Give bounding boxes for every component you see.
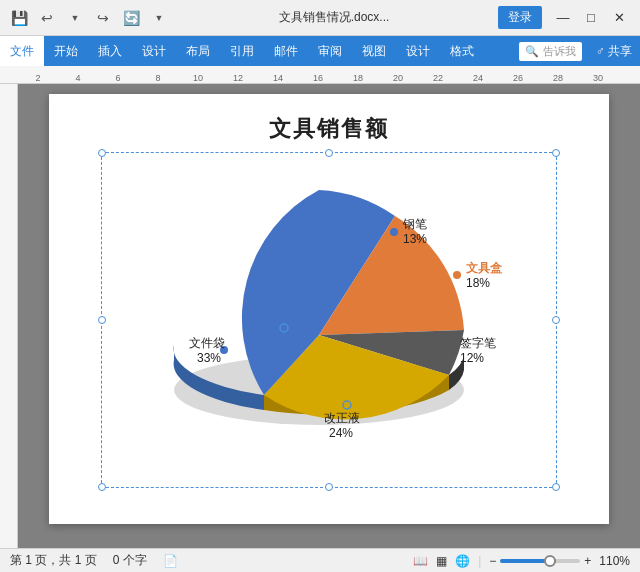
document-title: 文具销售情况.docx... <box>178 9 490 26</box>
dot-wenjuhe <box>453 271 461 279</box>
handle-br[interactable] <box>552 483 560 491</box>
ruler-tick: 20 <box>393 73 403 83</box>
chart-container: 文具销售额 <box>69 114 589 480</box>
search-icon: 🔍 <box>525 45 539 58</box>
ruler-tick: 26 <box>513 73 523 83</box>
tab-references[interactable]: 引用 <box>220 36 264 66</box>
page-area: 文具销售额 <box>18 84 640 548</box>
tab-design[interactable]: 设计 <box>132 36 176 66</box>
login-button[interactable]: 登录 <box>498 6 542 29</box>
handle-bl[interactable] <box>98 483 106 491</box>
page-info: 第 1 页，共 1 页 <box>10 552 97 569</box>
spellcheck-icon[interactable]: 📄 <box>163 554 178 568</box>
ruler-horizontal: 2 4 6 8 10 12 14 16 18 20 22 24 26 28 30 <box>0 66 640 84</box>
handle-tr[interactable] <box>552 149 560 157</box>
handle-tm[interactable] <box>325 149 333 157</box>
separator: | <box>478 554 481 568</box>
undo-icon[interactable]: ↩ <box>36 7 58 29</box>
label-qianzibi: 签字笔 <box>460 336 496 350</box>
label-wenjian: 文件袋 <box>189 336 225 350</box>
ruler-tick: 16 <box>313 73 323 83</box>
tab-home[interactable]: 开始 <box>44 36 88 66</box>
zoom-slider[interactable] <box>500 559 580 563</box>
word-count: 0 个字 <box>113 552 147 569</box>
view-icon-layout[interactable]: ▦ <box>436 554 447 568</box>
maximize-button[interactable]: □ <box>578 7 604 29</box>
undo-dropdown-icon[interactable]: ▼ <box>64 7 86 29</box>
tab-review[interactable]: 审阅 <box>308 36 352 66</box>
ruler-tick: 2 <box>35 73 40 83</box>
close-button[interactable]: ✕ <box>606 7 632 29</box>
tab-view[interactable]: 视图 <box>352 36 396 66</box>
tab-file[interactable]: 文件 <box>0 36 44 66</box>
zoom-in-icon[interactable]: + <box>584 554 591 568</box>
ruler-vertical <box>0 84 18 548</box>
ruler-tick: 4 <box>75 73 80 83</box>
ribbon-search[interactable]: 🔍 告诉我 <box>519 42 582 61</box>
percent-gaizhenye: 24% <box>329 426 353 440</box>
ruler-tick: 28 <box>553 73 563 83</box>
dot-gangbi <box>390 228 398 236</box>
ribbon: 文件 开始 插入 设计 布局 引用 邮件 审阅 视图 设计 格式 🔍 告诉我 ♂… <box>0 36 640 66</box>
status-right: 📖 ▦ 🌐 | − + 110% <box>413 554 630 568</box>
tab-layout[interactable]: 布局 <box>176 36 220 66</box>
chart-wrapper[interactable]: 钢笔 13% 文具盒 18% 签字笔 12% 改正液 24% <box>109 160 549 480</box>
minimize-button[interactable]: — <box>550 7 576 29</box>
ruler-tick: 24 <box>473 73 483 83</box>
ruler-tick: 10 <box>193 73 203 83</box>
handle-ml[interactable] <box>98 316 106 324</box>
view-icon-web[interactable]: 🌐 <box>455 554 470 568</box>
handle-bm[interactable] <box>325 483 333 491</box>
toolbar-icons: 💾 ↩ ▼ ↪ 🔄 ▼ <box>8 7 170 29</box>
document-page: 文具销售额 <box>49 94 609 524</box>
tab-design2[interactable]: 设计 <box>396 36 440 66</box>
title-bar: 💾 ↩ ▼ ↪ 🔄 ▼ 文具销售情况.docx... 登录 — □ ✕ <box>0 0 640 36</box>
redo-icon[interactable]: ↪ <box>92 7 114 29</box>
handle-tl[interactable] <box>98 149 106 157</box>
ribbon-right: 🔍 告诉我 ♂ 共享 <box>519 42 640 61</box>
label-gangbi: 钢笔 <box>402 217 427 231</box>
percent-qianzibi: 12% <box>460 351 484 365</box>
ruler-tick: 30 <box>593 73 603 83</box>
content-area: 文具销售额 <box>0 84 640 548</box>
pie-chart-svg: 钢笔 13% 文具盒 18% 签字笔 12% 改正液 24% <box>109 160 549 480</box>
tab-format[interactable]: 格式 <box>440 36 484 66</box>
label-gaizhenye: 改正液 <box>324 411 360 425</box>
percent-wenjuhe: 18% <box>466 276 490 290</box>
tab-mailings[interactable]: 邮件 <box>264 36 308 66</box>
percent-gangbi: 13% <box>403 232 427 246</box>
autosave-icon[interactable]: 🔄 <box>120 7 142 29</box>
status-bar: 第 1 页，共 1 页 0 个字 📄 📖 ▦ 🌐 | − + 110% <box>0 548 640 572</box>
ruler-tick: 8 <box>155 73 160 83</box>
ruler-tick: 22 <box>433 73 443 83</box>
tab-insert[interactable]: 插入 <box>88 36 132 66</box>
save-icon[interactable]: 💾 <box>8 7 30 29</box>
zoom-out-icon[interactable]: − <box>489 554 496 568</box>
ruler-tick: 14 <box>273 73 283 83</box>
dot-qianzibi <box>447 346 455 354</box>
ruler-tick: 6 <box>115 73 120 83</box>
view-icon-read[interactable]: 📖 <box>413 554 428 568</box>
ruler-tick: 18 <box>353 73 363 83</box>
zoom-slider-thumb[interactable] <box>544 555 556 567</box>
percent-wenjian: 33% <box>197 351 221 365</box>
zoom-level: 110% <box>599 554 630 568</box>
ruler-tick: 12 <box>233 73 243 83</box>
label-wenjuhe: 文具盒 <box>466 261 503 275</box>
search-label: 告诉我 <box>543 44 576 59</box>
zoom-bar: − + <box>489 554 591 568</box>
customize-icon[interactable]: ▼ <box>148 7 170 29</box>
window-controls: — □ ✕ <box>550 7 632 29</box>
chart-title: 文具销售额 <box>269 114 389 144</box>
handle-mr[interactable] <box>552 316 560 324</box>
share-button[interactable]: ♂ 共享 <box>588 43 640 60</box>
